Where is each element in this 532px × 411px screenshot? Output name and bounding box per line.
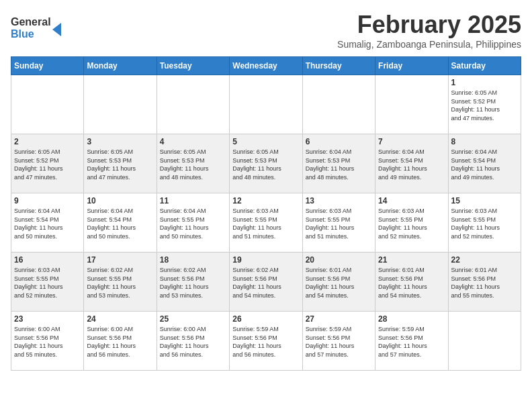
day-number: 10 (87, 196, 153, 205)
weekday-header-sunday: Sunday (11, 57, 84, 75)
day-info: Sunrise: 6:03 AM Sunset: 5:55 PM Dayligh… (14, 266, 81, 300)
day-info: Sunrise: 6:00 AM Sunset: 5:56 PM Dayligh… (160, 325, 226, 359)
day-info: Sunrise: 6:04 AM Sunset: 5:54 PM Dayligh… (451, 148, 518, 181)
day-info: Sunrise: 6:05 AM Sunset: 5:53 PM Dayligh… (232, 148, 299, 181)
day-info: Sunrise: 6:03 AM Sunset: 5:55 PM Dayligh… (378, 207, 445, 240)
calendar-cell: 24Sunrise: 6:00 AM Sunset: 5:56 PM Dayli… (84, 312, 157, 371)
calendar-cell: 7Sunrise: 6:04 AM Sunset: 5:54 PM Daylig… (375, 134, 448, 193)
day-info: Sunrise: 6:04 AM Sunset: 5:54 PM Dayligh… (14, 207, 81, 240)
weekday-header-thursday: Thursday (302, 57, 375, 75)
day-info: Sunrise: 6:03 AM Sunset: 5:55 PM Dayligh… (232, 207, 299, 240)
day-info: Sunrise: 6:03 AM Sunset: 5:55 PM Dayligh… (451, 207, 518, 240)
day-number: 21 (378, 255, 445, 265)
day-info: Sunrise: 6:04 AM Sunset: 5:54 PM Dayligh… (87, 207, 153, 240)
calendar-cell: 17Sunrise: 6:02 AM Sunset: 5:55 PM Dayli… (84, 253, 157, 312)
day-number: 23 (14, 314, 81, 324)
calendar-cell (302, 75, 375, 134)
title-area: February 2025 Sumalig, Zamboanga Peninsu… (337, 11, 521, 50)
day-info: Sunrise: 6:02 AM Sunset: 5:55 PM Dayligh… (87, 266, 153, 300)
calendar-cell (157, 75, 229, 134)
day-number: 6 (306, 137, 372, 146)
calendar-cell: 22Sunrise: 6:01 AM Sunset: 5:56 PM Dayli… (448, 253, 521, 312)
calendar-cell: 1Sunrise: 6:05 AM Sunset: 5:52 PM Daylig… (448, 75, 521, 134)
day-info: Sunrise: 6:02 AM Sunset: 5:56 PM Dayligh… (232, 266, 299, 300)
day-number: 12 (232, 196, 299, 205)
day-info: Sunrise: 6:05 AM Sunset: 5:53 PM Dayligh… (160, 148, 226, 181)
calendar-cell: 19Sunrise: 6:02 AM Sunset: 5:56 PM Dayli… (230, 253, 302, 312)
calendar-cell (230, 75, 302, 134)
svg-marker-2 (52, 23, 61, 36)
day-info: Sunrise: 6:02 AM Sunset: 5:56 PM Dayligh… (160, 266, 226, 300)
day-info: Sunrise: 5:59 AM Sunset: 5:56 PM Dayligh… (232, 325, 299, 359)
calendar-cell: 14Sunrise: 6:03 AM Sunset: 5:55 PM Dayli… (375, 193, 448, 253)
day-info: Sunrise: 6:05 AM Sunset: 5:53 PM Dayligh… (87, 148, 153, 181)
day-info: Sunrise: 5:59 AM Sunset: 5:56 PM Dayligh… (306, 325, 372, 359)
weekday-header-friday: Friday (375, 57, 448, 75)
day-number: 17 (87, 255, 153, 265)
day-number: 4 (160, 137, 226, 146)
calendar-cell: 13Sunrise: 6:03 AM Sunset: 5:55 PM Dayli… (302, 193, 375, 253)
calendar-cell: 27Sunrise: 5:59 AM Sunset: 5:56 PM Dayli… (302, 312, 375, 371)
day-number: 20 (306, 255, 372, 265)
calendar-cell (84, 75, 157, 134)
svg-text:Blue: Blue (11, 28, 34, 40)
calendar-cell: 21Sunrise: 6:01 AM Sunset: 5:56 PM Dayli… (375, 253, 448, 312)
weekday-header-wednesday: Wednesday (230, 57, 302, 75)
day-number: 26 (232, 314, 299, 324)
day-number: 11 (160, 196, 226, 205)
calendar-cell: 8Sunrise: 6:04 AM Sunset: 5:54 PM Daylig… (448, 134, 521, 193)
calendar-cell: 16Sunrise: 6:03 AM Sunset: 5:55 PM Dayli… (11, 253, 84, 312)
calendar-cell: 6Sunrise: 6:04 AM Sunset: 5:53 PM Daylig… (302, 134, 375, 193)
calendar-cell: 28Sunrise: 5:59 AM Sunset: 5:56 PM Dayli… (375, 312, 448, 371)
weekday-header-saturday: Saturday (448, 57, 521, 75)
day-info: Sunrise: 6:04 AM Sunset: 5:54 PM Dayligh… (378, 148, 445, 181)
day-info: Sunrise: 5:59 AM Sunset: 5:56 PM Dayligh… (378, 325, 445, 359)
month-title: February 2025 (337, 11, 521, 39)
calendar-cell: 4Sunrise: 6:05 AM Sunset: 5:53 PM Daylig… (157, 134, 229, 193)
day-number: 8 (451, 137, 518, 146)
day-number: 5 (232, 137, 299, 146)
calendar-week-row: 2Sunrise: 6:05 AM Sunset: 5:52 PM Daylig… (11, 134, 521, 193)
calendar-cell: 15Sunrise: 6:03 AM Sunset: 5:55 PM Dayli… (448, 193, 521, 253)
calendar-cell: 12Sunrise: 6:03 AM Sunset: 5:55 PM Dayli… (230, 193, 302, 253)
day-number: 18 (160, 255, 226, 265)
svg-text:General: General (11, 16, 51, 28)
day-info: Sunrise: 6:05 AM Sunset: 5:52 PM Dayligh… (14, 148, 81, 181)
day-number: 7 (378, 137, 445, 146)
weekday-header-tuesday: Tuesday (157, 57, 229, 75)
day-number: 22 (451, 255, 518, 265)
day-info: Sunrise: 6:00 AM Sunset: 5:56 PM Dayligh… (14, 325, 81, 359)
day-info: Sunrise: 6:01 AM Sunset: 5:56 PM Dayligh… (306, 266, 372, 300)
day-info: Sunrise: 6:00 AM Sunset: 5:56 PM Dayligh… (87, 325, 153, 359)
day-number: 2 (14, 137, 81, 146)
calendar-week-row: 16Sunrise: 6:03 AM Sunset: 5:55 PM Dayli… (11, 253, 521, 312)
calendar-cell: 20Sunrise: 6:01 AM Sunset: 5:56 PM Dayli… (302, 253, 375, 312)
day-info: Sunrise: 6:03 AM Sunset: 5:55 PM Dayligh… (306, 207, 372, 240)
day-number: 27 (306, 314, 372, 324)
logo-icon: General Blue (11, 11, 64, 44)
weekday-header-row: SundayMondayTuesdayWednesdayThursdayFrid… (11, 57, 521, 75)
calendar-cell: 3Sunrise: 6:05 AM Sunset: 5:53 PM Daylig… (84, 134, 157, 193)
calendar-cell: 10Sunrise: 6:04 AM Sunset: 5:54 PM Dayli… (84, 193, 157, 253)
calendar-cell: 9Sunrise: 6:04 AM Sunset: 5:54 PM Daylig… (11, 193, 84, 253)
calendar-cell: 23Sunrise: 6:00 AM Sunset: 5:56 PM Dayli… (11, 312, 84, 371)
day-number: 16 (14, 255, 81, 265)
day-number: 1 (451, 78, 518, 87)
day-number: 19 (232, 255, 299, 265)
day-number: 14 (378, 196, 445, 205)
calendar-cell (448, 312, 521, 371)
location-subtitle: Sumalig, Zamboanga Peninsula, Philippine… (337, 39, 521, 50)
calendar-cell: 25Sunrise: 6:00 AM Sunset: 5:56 PM Dayli… (157, 312, 229, 371)
day-info: Sunrise: 6:05 AM Sunset: 5:52 PM Dayligh… (451, 89, 518, 122)
day-info: Sunrise: 6:01 AM Sunset: 5:56 PM Dayligh… (378, 266, 445, 300)
calendar-cell: 2Sunrise: 6:05 AM Sunset: 5:52 PM Daylig… (11, 134, 84, 193)
logo-area: General Blue (11, 11, 64, 44)
calendar-cell (375, 75, 448, 134)
day-number: 9 (14, 196, 81, 205)
calendar-cell: 5Sunrise: 6:05 AM Sunset: 5:53 PM Daylig… (230, 134, 302, 193)
calendar-week-row: 1Sunrise: 6:05 AM Sunset: 5:52 PM Daylig… (11, 75, 521, 134)
day-number: 28 (378, 314, 445, 324)
day-info: Sunrise: 6:01 AM Sunset: 5:56 PM Dayligh… (451, 266, 518, 300)
day-number: 25 (160, 314, 226, 324)
calendar-week-row: 23Sunrise: 6:00 AM Sunset: 5:56 PM Dayli… (11, 312, 521, 371)
